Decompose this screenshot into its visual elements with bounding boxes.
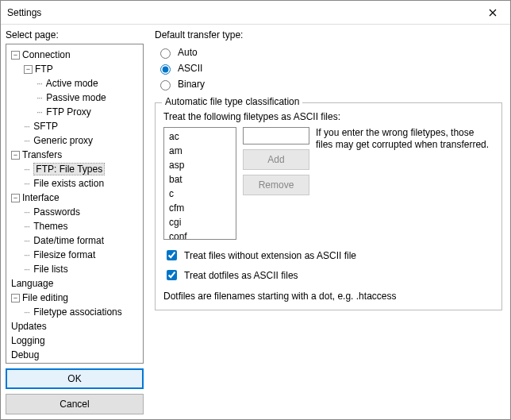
right-pane: Default transfer type: Auto ASCII Binary…: [148, 25, 510, 419]
tree-item-label: Debug: [11, 349, 39, 360]
tree-branch-glyph: ···: [24, 121, 29, 132]
settings-window: Settings Select page: −Connection−FTP···…: [0, 0, 511, 420]
tree-item[interactable]: Language: [8, 276, 141, 291]
tree-item[interactable]: ··· Filesize format: [8, 248, 141, 262]
tree-item[interactable]: ··· File exists action: [8, 176, 141, 191]
tree-item-label: Date/time format: [33, 235, 104, 246]
classification-fieldset: Automatic file type classification Treat…: [155, 102, 502, 310]
tree-item[interactable]: ··· Date/time format: [8, 233, 141, 248]
tree-item[interactable]: ··· Passive mode: [8, 91, 141, 105]
tree-branch-glyph: ···: [24, 221, 29, 232]
window-title: Settings: [7, 7, 41, 18]
transfer-binary-radio[interactable]: [160, 80, 171, 91]
titlebar: Settings: [1, 1, 510, 25]
tree-branch-glyph: ···: [24, 178, 29, 189]
transfer-ascii-label: ASCII: [178, 63, 202, 74]
close-icon: [489, 9, 497, 17]
tree-item[interactable]: ··· Active mode: [8, 76, 141, 91]
transfer-type-heading: Default transfer type:: [155, 29, 502, 40]
tree-item-label: File editing: [22, 292, 68, 303]
tree-item-label: Connection: [22, 49, 71, 60]
check-no-ext-row[interactable]: Treat files without extension as ASCII f…: [163, 248, 494, 263]
expand-icon[interactable]: −: [11, 51, 20, 60]
transfer-ascii-radio[interactable]: [160, 64, 171, 75]
tree-item[interactable]: ··· Passwords: [8, 205, 141, 219]
tree-item[interactable]: ··· FTP Proxy: [8, 105, 141, 119]
extension-item[interactable]: bat: [169, 172, 236, 187]
tree-item[interactable]: −Transfers: [8, 148, 141, 162]
check-dotfiles[interactable]: [167, 270, 177, 280]
add-button[interactable]: Add: [243, 149, 309, 170]
close-button[interactable]: [474, 1, 510, 25]
tree-item-label: Transfers: [22, 149, 62, 160]
tree-item-label: Filetype associations: [33, 306, 121, 318]
extension-item[interactable]: conf: [169, 229, 236, 240]
expand-icon[interactable]: −: [11, 151, 20, 160]
tree-item-label: Active mode: [46, 78, 98, 89]
tree-branch-glyph: ···: [24, 135, 29, 146]
tree-branch-glyph: ···: [36, 78, 42, 89]
tree-item-label: Language: [11, 278, 53, 289]
tree-item[interactable]: Logging: [8, 333, 141, 348]
tree-branch-glyph: ···: [24, 306, 29, 318]
check-no-ext[interactable]: [167, 250, 177, 260]
tree-item-label: Generic proxy: [33, 135, 93, 146]
extension-item[interactable]: am: [169, 144, 236, 158]
tree-item-label: File exists action: [33, 178, 104, 189]
ok-button[interactable]: OK: [6, 368, 144, 389]
select-page-label: Select page:: [6, 29, 144, 40]
transfer-ascii-row[interactable]: ASCII: [156, 61, 502, 75]
transfer-binary-row[interactable]: Binary: [156, 77, 502, 91]
remove-button[interactable]: Remove: [243, 175, 309, 195]
tree-item-label: FTP: File Types: [33, 163, 105, 175]
left-pane: Select page: −Connection−FTP··· Active m…: [1, 25, 148, 419]
tree-item-label: File lists: [33, 264, 67, 275]
tree-branch-glyph: ···: [24, 206, 29, 218]
check-dotfiles-label: Treat dotfiles as ASCII files: [184, 270, 298, 281]
tree-item-label: FTP Proxy: [46, 106, 90, 118]
transfer-auto-radio[interactable]: [160, 48, 171, 59]
tree-item-label: SFTP: [33, 121, 58, 132]
tree-item-label: Logging: [11, 335, 45, 346]
extension-item[interactable]: cgi: [169, 215, 236, 229]
tree-item[interactable]: ··· SFTP: [8, 119, 141, 133]
tree-item[interactable]: Updates: [8, 319, 141, 333]
filetype-hint: If you enter the wrong filetypes, those …: [316, 127, 494, 240]
tree-item[interactable]: ··· File lists: [8, 262, 141, 276]
transfer-binary-label: Binary: [178, 79, 205, 90]
settings-tree[interactable]: −Connection−FTP··· Active mode··· Passiv…: [6, 44, 144, 364]
treat-filetypes-label: Treat the following filetypes as ASCII f…: [163, 111, 494, 122]
extension-item[interactable]: cfm: [169, 201, 236, 215]
tree-item[interactable]: −Interface: [8, 191, 141, 205]
tree-item[interactable]: ··· FTP: File Types: [8, 162, 141, 176]
tree-item-label: Themes: [33, 221, 67, 232]
expand-icon[interactable]: −: [24, 65, 33, 74]
tree-item-label: Interface: [22, 192, 60, 203]
extension-item[interactable]: ac: [169, 129, 236, 144]
tree-item[interactable]: −File editing: [8, 291, 141, 305]
expand-icon[interactable]: −: [11, 194, 20, 202]
cancel-button[interactable]: Cancel: [6, 394, 144, 414]
tree-item-label: Passive mode: [46, 92, 106, 103]
extension-list[interactable]: acamaspbatccfmcgiconf: [163, 127, 236, 240]
tree-item[interactable]: ··· Themes: [8, 219, 141, 233]
transfer-auto-label: Auto: [178, 47, 198, 58]
dotfiles-note: Dotfiles are filenames starting with a d…: [163, 291, 494, 302]
extension-item[interactable]: c: [169, 187, 236, 201]
tree-item[interactable]: Debug: [8, 348, 141, 362]
check-dotfiles-row[interactable]: Treat dotfiles as ASCII files: [163, 268, 494, 283]
tree-item-label: Filesize format: [33, 249, 95, 260]
extension-item[interactable]: asp: [169, 158, 236, 172]
new-extension-input[interactable]: [243, 127, 309, 144]
tree-item[interactable]: ··· Filetype associations: [8, 305, 141, 319]
tree-branch-glyph: ···: [36, 92, 42, 103]
tree-branch-glyph: ···: [24, 235, 29, 246]
transfer-auto-row[interactable]: Auto: [156, 45, 502, 60]
tree-item[interactable]: ··· Generic proxy: [8, 133, 141, 148]
tree-branch-glyph: ···: [24, 264, 29, 275]
tree-item[interactable]: −Connection: [8, 48, 141, 62]
expand-icon[interactable]: −: [11, 294, 20, 302]
classification-legend: Automatic file type classification: [162, 96, 302, 107]
tree-item[interactable]: −FTP: [8, 62, 141, 76]
tree-branch-glyph: ···: [36, 106, 42, 118]
